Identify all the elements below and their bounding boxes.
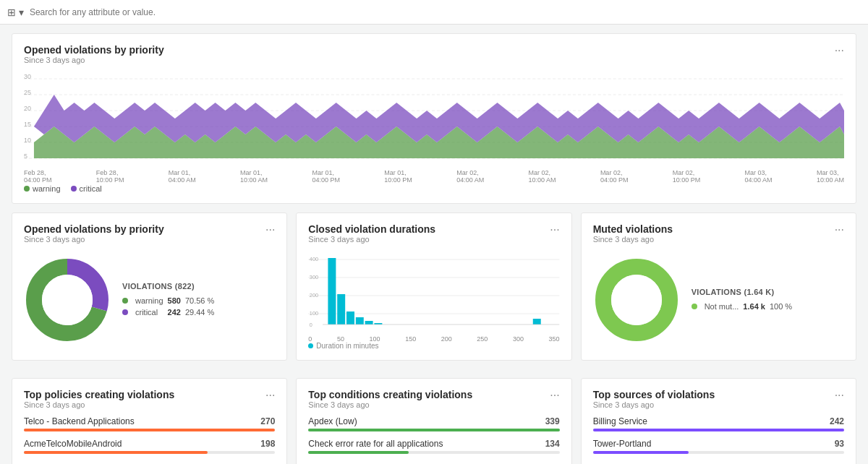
condition-bar-1 [308,429,559,431]
conditions-card: Top conditions creating violations Since… [296,378,571,464]
sources-list: Billing Service 242 Tower-Portland 93 [593,416,844,454]
policies-more-btn[interactable]: ··· [265,389,275,402]
policies-card: Top policies creating violations Since 3… [12,378,287,464]
svg-rect-25 [338,294,346,325]
policy-bar-1 [24,429,275,431]
priority-donut-card: Opened violations by priority Since 3 da… [12,212,287,361]
conditions-subtitle: Since 3 days ago [308,400,472,409]
svg-rect-27 [356,317,364,325]
condition-count-2: 134 [545,439,560,449]
priority-donut-subtitle: Since 3 days ago [24,235,164,244]
main-area-chart: 30 25 20 15 10 5 Feb 28,04:00 PM Feb 28,… [24,72,844,180]
condition-bar-bg-1 [308,429,559,431]
sources-title: Top sources of violations [593,389,715,400]
source-name-2: Tower-Portland [593,439,652,449]
muted-subtitle: Since 3 days ago [593,235,673,244]
priority-donut-more-btn[interactable]: ··· [265,223,275,236]
priority-donut-title: Opened violations by priority [24,223,164,235]
policies-list: Telco - Backend Applications 270 AcmeTel… [24,416,275,454]
legend-critical-label: critical [80,184,102,193]
sources-card: Top sources of violations Since 3 days a… [581,378,856,464]
conditions-title: Top conditions creating violations [308,389,472,400]
not-muted-value: 1.64 k [743,301,770,312]
svg-rect-28 [365,321,373,325]
main-chart-subtitle: Since 3 days ago [24,56,164,64]
main-chart-card: Opened violations by priority Since 3 da… [12,33,856,204]
source-bar-1 [593,429,844,431]
duration-x-labels: 050100150200250300350 [308,335,559,343]
duration-bar-chart: 400 300 200 100 0 0501 [308,252,559,339]
svg-rect-26 [346,312,354,325]
duration-label: Duration in minutes [308,342,559,350]
policies-subtitle: Since 3 days ago [24,400,174,409]
svg-text:10: 10 [24,137,31,144]
policies-title: Top policies creating violations [24,389,174,400]
condition-bar-2 [308,451,409,454]
warning-value: 580 [168,295,185,306]
policy-bar-2 [24,451,208,454]
policy-name-2: AcmeTelcoMobileAndroid [24,439,122,449]
filter-icon[interactable]: ⊞ ▾ [7,7,24,18]
chart-x-labels: Feb 28,04:00 PM Feb 28,10:00 PM Mar 01,0… [24,168,844,185]
svg-text:20: 20 [24,105,31,112]
policy-name-1: Telco - Backend Applications [24,416,135,426]
source-count-2: 93 [835,439,844,449]
source-name-1: Billing Service [593,416,647,426]
policy-bar-bg-1 [24,429,275,431]
list-item: Apdex (Low) 339 [308,416,559,431]
policy-count-1: 270 [260,416,275,426]
condition-name-1: Apdex (Low) [308,416,357,426]
middle-cards-grid: Opened violations by priority Since 3 da… [12,212,856,369]
top-bar: ⊞ ▾ [0,0,868,25]
condition-count-1: 339 [545,416,560,426]
condition-name-2: Check error rate for all applications [308,439,443,449]
policy-bar-bg-2 [24,451,275,454]
muted-violations-label: VIOLATIONS (1.64 K) [692,288,796,296]
conditions-list: Apdex (Low) 339 Check error rate for all… [308,416,559,454]
svg-text:200: 200 [310,292,318,298]
muted-donut-section: VIOLATIONS (1.64 K) Not mut... 1.64 k 10… [593,251,844,349]
list-item: Tower-Portland 93 [593,439,844,454]
list-item: Check error rate for all applications 13… [308,439,559,454]
donut-section: VIOLATIONS (822) warning 580 70.56 % cri… [24,251,275,349]
svg-text:25: 25 [24,89,31,96]
main-chart-legend: warning critical [24,184,844,193]
warning-pct: 70.56 % [185,295,218,306]
svg-point-33 [611,275,662,325]
svg-text:0: 0 [310,322,312,328]
svg-point-14 [42,275,93,325]
muted-donut-svg [593,257,680,343]
sources-subtitle: Since 3 days ago [593,400,715,409]
svg-text:400: 400 [310,256,318,262]
svg-text:5: 5 [24,152,27,160]
search-input[interactable] [30,7,861,17]
duration-subtitle: Since 3 days ago [308,235,435,244]
muted-more-btn[interactable]: ··· [835,223,844,236]
svg-text:300: 300 [310,274,318,280]
duration-card: Closed violation durations Since 3 days … [296,212,571,361]
main-chart-title: Opened violations by priority [24,44,164,56]
muted-donut-legend: VIOLATIONS (1.64 K) Not mut... 1.64 k 10… [692,288,796,312]
list-item: Telco - Backend Applications 270 [24,416,275,431]
donut-legend: VIOLATIONS (822) warning 580 70.56 % cri… [122,282,218,318]
svg-rect-24 [328,258,336,325]
duration-title: Closed violation durations [308,223,435,235]
sources-more-btn[interactable]: ··· [835,389,844,402]
policy-count-2: 198 [260,439,275,449]
source-bar-bg-2 [593,451,844,454]
warning-label: warning [135,295,168,306]
source-count-1: 242 [830,416,844,426]
not-muted-pct: 100 % [770,301,796,312]
muted-card: Muted violations Since 3 days ago ··· VI… [581,212,856,361]
source-bar-2 [593,451,689,454]
svg-rect-30 [533,319,541,325]
critical-label: critical [135,306,168,318]
list-item: AcmeTelcoMobileAndroid 198 [24,439,275,454]
bottom-cards-grid: Top policies creating violations Since 3… [12,378,856,464]
duration-more-btn[interactable]: ··· [550,223,559,236]
legend-warning-label: warning [33,184,61,193]
critical-value: 242 [168,306,185,318]
main-chart-more-btn[interactable]: ··· [835,44,844,57]
not-muted-label: Not mut... [705,301,744,312]
conditions-more-btn[interactable]: ··· [550,389,559,402]
